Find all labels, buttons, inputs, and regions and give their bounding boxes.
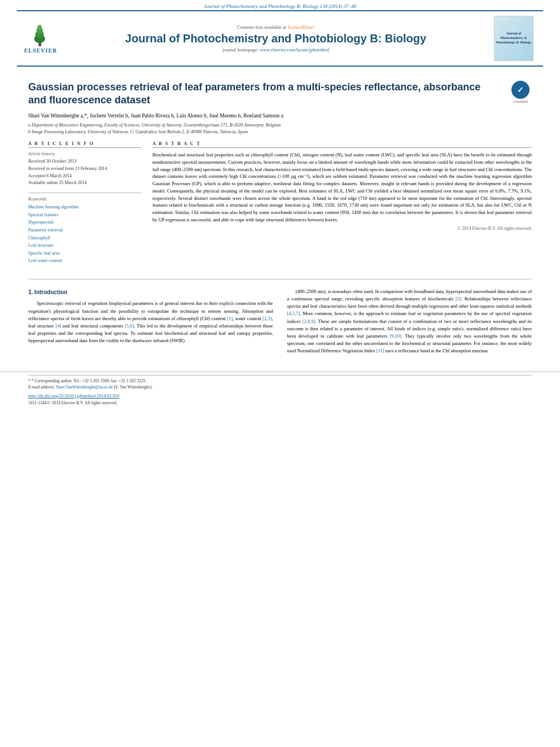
journal-title: Journal of Photochemistry and Photobiolo… — [66, 32, 485, 45]
authors-text: Shari Van Wittenberghe a,*, Jochem Verre… — [28, 113, 283, 119]
sciencedirect-line: Contents lists available at ScienceDirec… — [66, 24, 485, 30]
ref-2-8-9[interactable]: [2,8,9] — [303, 318, 316, 324]
history-label: Article history: — [28, 151, 141, 156]
doi-link[interactable]: http://dx.doi.org/10.1016/j.jphotobiol.2… — [28, 394, 119, 399]
article-info-label: A R T I C L E I N F O — [28, 141, 141, 148]
issn-line: 1011-1344/© 2014 Elsevier B.V. All right… — [28, 400, 532, 406]
crossmark-label: CrossMark — [513, 100, 528, 103]
authors-line: Shari Van Wittenberghe a,*, Jochem Verre… — [28, 112, 532, 122]
article-history: Article history: Received 30 October 201… — [28, 151, 141, 187]
footer-email-suffix: (S. Van Wittenberghe). — [114, 385, 152, 390]
keyword-3: Hyperspectral — [28, 219, 141, 226]
intro-text-right: (400–2500 nm), is nowadays often used. I… — [287, 288, 532, 355]
ref-1[interactable]: [1] — [227, 316, 233, 321]
journal-cover: Journal of Photochemistry & Photobiology… — [494, 16, 533, 61]
page-footer: * * Corresponding author. Tel.: +32 3 26… — [0, 372, 560, 409]
ref-4-5-7[interactable]: [4,5,7] — [287, 311, 300, 316]
footnote-corresponding: * * Corresponding author. Tel.: +32 3 26… — [28, 378, 532, 384]
footer-email-link[interactable]: Shari.VanWittenberghe@ua.ac.be — [56, 385, 113, 390]
intro-paragraph-1: Spectroscopic retrieval of vegetation bi… — [28, 300, 273, 344]
ref-4[interactable]: [4] — [55, 323, 61, 329]
date-available: Available online 25 March 2014 — [28, 180, 141, 187]
crossmark-badge[interactable]: ✓ CrossMark — [509, 81, 532, 103]
journal-bar: Journal of Photochemistry and Photobiolo… — [0, 0, 560, 10]
article-title: Gaussian processes retrieval of leaf par… — [28, 81, 509, 107]
keywords-list: Machine learning algorithm Spectral feat… — [28, 203, 141, 265]
keyword-4: Parameter retrieval — [28, 226, 141, 234]
affiliations: a Department of Bioscience Engineering, … — [28, 122, 532, 136]
article-info-abstract: A R T I C L E I N F O Article history: R… — [28, 141, 532, 270]
sciencedirect-link[interactable]: ScienceDirect — [287, 24, 314, 30]
keyword-1: Machine learning algorithm — [28, 203, 141, 211]
svg-point-4 — [37, 24, 42, 30]
keyword-8: Leaf water content — [28, 257, 141, 265]
intro-text-left: Spectroscopic retrieval of vegetation bi… — [28, 300, 273, 344]
abstract-text: Biochemical and structural leaf properti… — [152, 151, 532, 224]
date-revised: Received in revised form 13 February 201… — [28, 165, 141, 173]
journal-header: ELSEVIER Contents lists available at Sci… — [17, 10, 543, 67]
crossmark-icon: ✓ — [511, 81, 530, 99]
ref-11[interactable]: [11] — [377, 348, 384, 353]
body-text-section: 1. Introduction Spectroscopic retrieval … — [28, 288, 532, 357]
body-col-left: 1. Introduction Spectroscopic retrieval … — [28, 288, 273, 357]
elsevier-logo: ELSEVIER — [24, 24, 58, 54]
date-accepted: Accepted 6 March 2014 — [28, 173, 141, 180]
ref-2-3[interactable]: [2,3] — [262, 316, 272, 321]
date-received: Received 30 October 2013 — [28, 158, 141, 165]
article-area: Gaussian processes retrieval of leaf par… — [0, 67, 560, 363]
ref-5-6[interactable]: [5,6] — [125, 323, 134, 329]
section-divider — [28, 279, 532, 279]
journal-bar-text: Journal of Photochemistry and Photobiolo… — [204, 3, 356, 9]
keywords-label: Keywords: — [28, 196, 141, 202]
intro-heading: 1. Introduction — [28, 288, 273, 297]
footnote-text-main: * Corresponding author. Tel.: +32 3 265 … — [32, 378, 147, 383]
journal-homepage: journal homepage: www.elsevier.com/locat… — [66, 47, 485, 53]
header-center: Contents lists available at ScienceDirec… — [58, 24, 494, 53]
footnote-email: E-mail address: Shari.VanWittenberghe@ua… — [28, 384, 532, 390]
abstract-col: A B S T R A C T Biochemical and structur… — [152, 141, 532, 270]
article-info-col: A R T I C L E I N F O Article history: R… — [28, 141, 141, 270]
affiliation-a: a Department of Bioscience Engineering, … — [28, 122, 532, 129]
header-left: ELSEVIER — [24, 24, 58, 54]
journal-url[interactable]: www.elsevier.com/locate/jphotobiol — [260, 47, 329, 53]
header-right: Journal of Photochemistry & Photobiology… — [494, 16, 536, 61]
keyword-7: Specific leaf area — [28, 250, 141, 257]
article-title-section: Gaussian processes retrieval of leaf par… — [28, 72, 532, 112]
abstract-label: A B S T R A C T — [152, 141, 532, 148]
ref-5b[interactable]: [5] — [456, 296, 461, 302]
cover-text: Journal of Photochemistry & Photobiology… — [496, 32, 531, 45]
keyword-2: Spectral features — [28, 211, 141, 219]
keyword-6: Leaf structure — [28, 242, 141, 250]
affiliation-b: b Image Processing Laboratory, Universit… — [28, 129, 532, 136]
abstract-paragraph: Biochemical and structural leaf properti… — [152, 151, 532, 224]
abstract-copyright: © 2014 Elsevier B.V. All rights reserved… — [152, 226, 532, 231]
intro-paragraph-2: (400–2500 nm), is nowadays often used. I… — [287, 288, 532, 355]
keywords-section: Keywords: Machine learning algorithm Spe… — [28, 196, 141, 265]
elsevier-wordmark: ELSEVIER — [24, 47, 58, 54]
ref-9-10[interactable]: [9,10] — [390, 333, 401, 339]
keyword-5: Chlorophyll — [28, 234, 141, 242]
body-col-right: (400–2500 nm), is nowadays often used. I… — [287, 288, 532, 357]
elsevier-tree-icon — [28, 24, 54, 46]
